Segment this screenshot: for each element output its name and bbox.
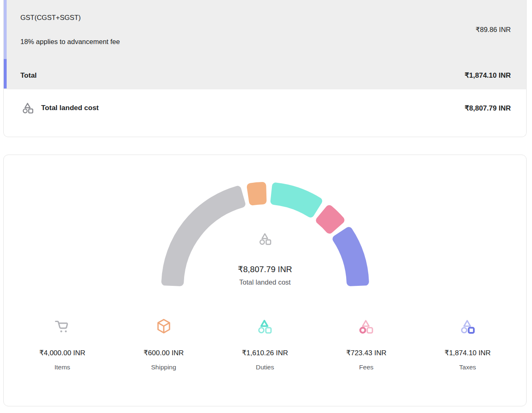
legend-label: Taxes	[459, 363, 476, 372]
fee-row-gst-text: GST(CGST+SGST) 18% applies to advancemen…	[20, 12, 120, 47]
legend-value: ₹1,610.26 INR	[242, 348, 288, 359]
duties-shapes-icon	[255, 316, 274, 337]
landed-cost-value: ₹8,807.79 INR	[465, 104, 511, 113]
legend-label: Duties	[256, 363, 274, 372]
total-row-accent-bar	[4, 59, 7, 88]
landed-cost-page: GST(CGST+SGST) 18% applies to advancemen…	[0, 0, 532, 406]
package-icon	[154, 316, 173, 337]
gauge-segment-shipping	[251, 186, 263, 202]
gauge-segment-fees	[320, 209, 341, 230]
fee-breakdown-section: GST(CGST+SGST) 18% applies to advancemen…	[4, 0, 526, 89]
cost-summary-card: GST(CGST+SGST) 18% applies to advancemen…	[3, 0, 527, 137]
fees-shapes-icon	[357, 316, 376, 337]
legend-value: ₹723.43 INR	[346, 348, 387, 359]
chart-legend: ₹4,000.00 INR Items ₹600.00 INR Shipping	[4, 292, 526, 372]
total-value: ₹1,874.10 INR	[465, 70, 511, 81]
total-landed-cost-row: Total landed cost ₹8,807.79 INR	[4, 89, 526, 137]
legend-label: Shipping	[151, 363, 176, 372]
total-row: Total ₹1,874.10 INR	[4, 70, 526, 81]
legend-value: ₹4,000.00 INR	[39, 348, 85, 359]
gst-row-accent-bar	[4, 0, 7, 59]
fee-description: 18% applies to advancement fee	[20, 37, 120, 47]
landed-cost-chart-card: ₹8,807.79 INR Total landed cost ₹4,000.0…	[3, 155, 527, 406]
legend-value: ₹1,874.10 INR	[445, 348, 491, 359]
gauge-segment-duties	[274, 186, 319, 214]
gauge-segment-taxes	[336, 231, 365, 283]
row-accent-rail	[4, 0, 7, 88]
total-label: Total	[20, 70, 37, 81]
legend-item-items: ₹4,000.00 INR Items	[12, 316, 113, 372]
cart-icon	[53, 316, 72, 337]
legend-value: ₹600.00 INR	[143, 348, 184, 359]
legend-item-taxes: ₹1,874.10 INR Taxes	[417, 316, 518, 372]
fee-value: ₹89.86 INR	[475, 26, 511, 34]
gauge-chart: ₹8,807.79 INR Total landed cost	[4, 155, 526, 292]
taxes-shapes-icon	[458, 316, 477, 337]
legend-item-fees: ₹723.43 INR Fees	[315, 316, 417, 372]
fee-label: GST(CGST+SGST)	[20, 12, 120, 22]
landed-cost-shapes-icon	[20, 101, 35, 116]
legend-item-duties: ₹1,610.26 INR Duties	[214, 316, 316, 372]
landed-cost-label: Total landed cost	[41, 104, 99, 112]
legend-label: Fees	[359, 363, 373, 372]
gauge-segment-items	[165, 189, 241, 282]
fee-row-gst: GST(CGST+SGST) 18% applies to advancemen…	[4, 0, 526, 47]
legend-item-shipping: ₹600.00 INR Shipping	[113, 316, 214, 372]
gauge-arc-svg	[4, 155, 526, 292]
legend-label: Items	[54, 363, 70, 372]
